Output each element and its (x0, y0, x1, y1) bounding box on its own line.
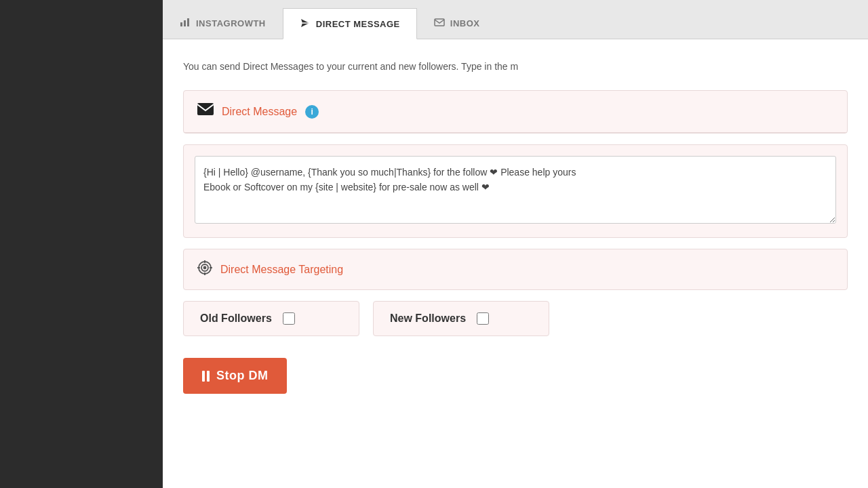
pause-icon (202, 371, 210, 382)
svg-rect-4 (197, 103, 214, 115)
svg-rect-1 (184, 20, 186, 26)
tab-inbox[interactable]: INBOX (417, 7, 497, 39)
bar-chart-icon (180, 17, 191, 30)
stop-dm-button[interactable]: Stop DM (183, 358, 287, 394)
direct-message-card: Direct Message i (183, 90, 848, 134)
svg-rect-2 (187, 18, 189, 26)
description-text: You can send Direct Messages to your cur… (183, 60, 848, 74)
targeting-header: Direct Message Targeting (184, 249, 847, 289)
tab-instagrowth-label: INSTAGROWTH (196, 18, 266, 28)
tab-instagrowth[interactable]: INSTAGROWTH (163, 7, 283, 39)
svg-rect-3 (435, 19, 444, 26)
main-content: You can send Direct Messages to your cur… (163, 39, 868, 488)
followers-row: Old Followers New Followers (183, 301, 848, 347)
target-icon (197, 260, 212, 279)
old-followers-option: Old Followers (183, 301, 359, 336)
old-followers-checkbox[interactable] (283, 312, 295, 325)
sidebar (0, 0, 163, 488)
textarea-card: {Hi | Hello} @username, {Thank you so mu… (183, 144, 848, 238)
pause-bar-left (202, 371, 205, 382)
svg-point-7 (204, 267, 206, 269)
direct-message-card-header: Direct Message i (184, 91, 847, 133)
tab-inbox-label: INBOX (450, 18, 480, 28)
targeting-card: Direct Message Targeting (183, 249, 848, 290)
stop-dm-label: Stop DM (216, 369, 268, 383)
direct-message-title: Direct Message (222, 106, 297, 118)
message-textarea[interactable]: {Hi | Hello} @username, {Thank you so mu… (195, 156, 836, 224)
old-followers-label: Old Followers (200, 312, 272, 325)
new-followers-option: New Followers (373, 301, 549, 336)
send-icon (300, 18, 311, 30)
envelope-icon (197, 103, 214, 120)
mail-icon (434, 17, 445, 30)
new-followers-checkbox[interactable] (477, 312, 489, 325)
svg-rect-0 (180, 22, 182, 26)
info-icon[interactable]: i (305, 105, 319, 119)
targeting-title: Direct Message Targeting (220, 264, 343, 276)
pause-bar-right (207, 371, 210, 382)
new-followers-label: New Followers (390, 312, 466, 325)
tab-direct-message-label: DIRECT MESSAGE (316, 19, 400, 29)
page-container: INSTAGROWTH DIRECT MESSAGE INBOX You can (0, 0, 868, 488)
tab-direct-message[interactable]: DIRECT MESSAGE (283, 8, 417, 39)
